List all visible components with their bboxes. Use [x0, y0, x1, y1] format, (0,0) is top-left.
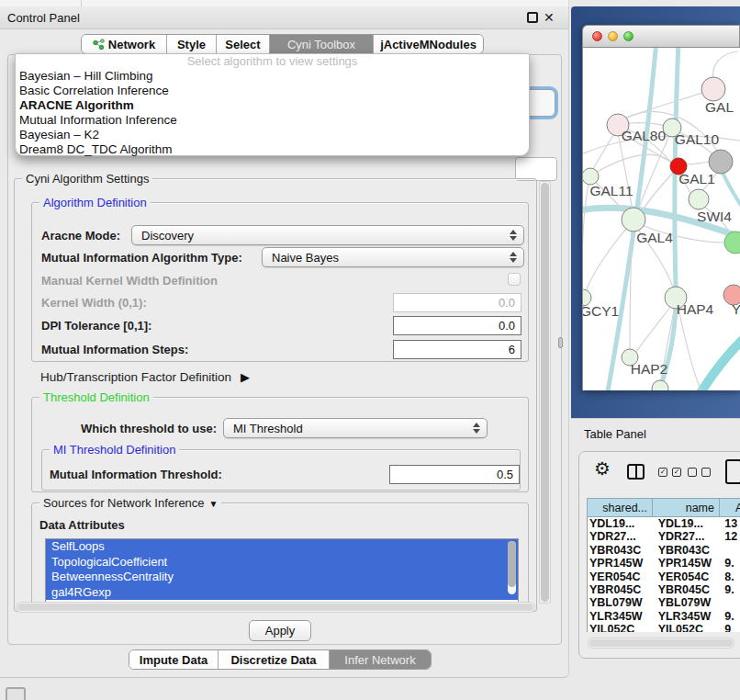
algorithm-option-basic-correlation-inference[interactable]: Basic Correlation Inference [16, 84, 529, 98]
columns-icon[interactable] [627, 464, 645, 480]
combo-arrows-icon [473, 423, 480, 434]
network-node-unnamed-bottom[interactable] [652, 380, 668, 390]
network-node-label-gal10: GAL10 [675, 131, 720, 147]
name-cell: YIL052C [654, 623, 721, 632]
tab-cyni-toolbox[interactable]: Cyni Toolbox [270, 35, 374, 53]
bottom-left-widget[interactable] [6, 687, 26, 700]
dpi-tolerance-field[interactable]: 0.0 [393, 316, 521, 335]
network-node-gal4[interactable] [622, 208, 645, 231]
tab-label: jActiveMNodules [380, 38, 477, 51]
float-window-icon[interactable] [527, 12, 538, 23]
tab-network[interactable]: Network [82, 35, 167, 53]
mi-algorithm-type-combobox[interactable]: Naive Bayes [262, 247, 524, 267]
network-edge[interactable] [592, 133, 614, 171]
tab-infer-network[interactable]: Infer Network [330, 650, 431, 669]
network-canvas[interactable]: GALGAL80GAL10GAL1GAL11SWI4GAL4GCY1HAP4YH… [582, 48, 740, 390]
settings-scrollbar-thumb[interactable] [541, 183, 549, 602]
network-window-titlebar[interactable] [582, 25, 740, 48]
network-edge[interactable] [583, 184, 589, 290]
network-node-label-hap2: HAP2 [631, 361, 668, 377]
which-threshold-label: Which threshold to use: [81, 422, 217, 435]
list-scrollbar[interactable] [508, 541, 516, 594]
algorithm-definition-group: Algorithm Definition Aracne Mode: Discov… [31, 202, 529, 362]
table-row[interactable]: YLR345WYLR345W9. [588, 610, 740, 623]
attribute-betweennesscentrality[interactable]: BetweennessCentrality [46, 570, 518, 585]
network-edge[interactable] [723, 173, 740, 213]
tab-style[interactable]: Style [167, 35, 217, 53]
collapsed-arrow-icon[interactable]: ▶ [241, 370, 250, 384]
network-node-swi4[interactable] [689, 189, 709, 209]
document-icon[interactable] [725, 459, 740, 484]
table-row[interactable]: YBR045CYBR045C9. [588, 583, 740, 596]
manual-kernel-width-checkbox[interactable] [508, 273, 521, 286]
network-edge[interactable] [697, 334, 740, 390]
zoom-window-icon[interactable] [623, 31, 633, 41]
network-edge[interactable] [586, 227, 628, 291]
expanded-arrow-icon[interactable]: ▼ [209, 499, 219, 509]
unchecked-boxes-icon[interactable] [688, 468, 711, 477]
close-window-icon[interactable] [592, 31, 602, 41]
control-panel-tab-bar: NetworkStyleSelectCyni ToolboxjActiveMNo… [81, 34, 484, 54]
network-edge[interactable] [678, 308, 701, 390]
column-header-name[interactable]: name [653, 498, 720, 517]
minimize-window-icon[interactable] [608, 31, 618, 41]
tab-select[interactable]: Select [217, 35, 270, 53]
network-node-gal-top[interactable] [701, 77, 725, 101]
table-hscrollbar-thumb[interactable] [589, 639, 733, 647]
network-node-unnamed-gray[interactable] [709, 150, 733, 174]
value-cell [720, 596, 740, 609]
network-edge[interactable] [686, 162, 710, 164]
table-row[interactable]: YPR145WYPR145W9. [588, 557, 740, 570]
splitter-handle[interactable] [558, 337, 563, 348]
checked-boxes-icon[interactable]: ✓✓ [658, 468, 681, 477]
table-row[interactable]: YBL079WYBL079W [588, 596, 740, 609]
tab-label: Cyni Toolbox [287, 38, 355, 51]
close-panel-icon[interactable]: ✕ [544, 10, 555, 25]
table-row[interactable]: YER054CYER054C8. [588, 570, 740, 583]
attribute-gal4rgexp[interactable]: gal4RGexp [46, 585, 518, 601]
attribute-topologicalcoefficient[interactable]: TopologicalCoefficient [46, 555, 518, 570]
network-edge[interactable] [618, 133, 633, 210]
settings-horizontal-scrollbar[interactable] [16, 602, 535, 613]
network-edge[interactable] [656, 48, 678, 390]
which-threshold-value: MI Threshold [233, 422, 303, 435]
tab-jactivemnodules[interactable]: jActiveMNodules [374, 35, 483, 53]
aracne-mode-combobox[interactable]: Discovery [131, 225, 524, 245]
network-edge[interactable] [641, 171, 675, 213]
table-row[interactable]: YDR27...YDR27...12 [588, 530, 740, 543]
data-attributes-list[interactable]: SelfLoopsTopologicalCoefficientBetweenne… [45, 538, 519, 603]
hub-transcription-factor-section[interactable]: Hub/Transcription Factor Definition▶ [40, 370, 250, 384]
threshold-definition-title: Threshold Definition [39, 390, 153, 404]
name-cell: YER054C [654, 570, 721, 583]
algorithm-option-bayesian-k2[interactable]: Bayesian – K2 [16, 128, 529, 142]
table-horizontal-scrollbar[interactable] [588, 638, 734, 649]
mi-threshold-definition-title: MI Threshold Definition [50, 443, 179, 457]
attribute-selfloops[interactable]: SelfLoops [46, 539, 518, 555]
settings-scrollbar[interactable] [539, 181, 551, 604]
settings-hscrollbar-thumb[interactable] [17, 604, 533, 611]
mi-steps-field[interactable]: 6 [393, 340, 521, 359]
algorithm-option-bayesian-hill-climbing[interactable]: Bayesian – Hill Climbing [16, 69, 529, 84]
tab-discretize-data[interactable]: Discretize Data [219, 650, 330, 669]
column-header-shared[interactable]: shared... [587, 498, 653, 517]
shared-name-cell: YDR27... [588, 530, 654, 543]
algorithm-option-aracne-algorithm[interactable]: ARACNE Algorithm [16, 98, 529, 113]
sources-title[interactable]: Sources for Network Inference▼ [39, 496, 221, 510]
tab-impute-data[interactable]: Impute Data [129, 650, 219, 669]
algorithm-option-mutual-information-inference[interactable]: Mutual Information Inference [16, 113, 529, 128]
network-edge[interactable] [636, 305, 672, 352]
kernel-width-field[interactable]: 0.0 [393, 293, 521, 312]
algorithm-option-dream8-dc-tdc-algorithm[interactable]: Dream8 DC_TDC Algorithm [16, 142, 529, 157]
mi-threshold-label: Mutual Information Threshold: [50, 468, 222, 481]
tab-label: Select [225, 38, 260, 51]
mi-threshold-field[interactable]: 0.5 [389, 465, 520, 484]
apply-button[interactable]: Apply [249, 620, 311, 641]
network-edge[interactable] [713, 51, 737, 78]
column-header-a[interactable]: A [720, 498, 740, 517]
which-threshold-combobox[interactable]: MI Threshold [223, 418, 488, 438]
table-row[interactable]: YBR043CYBR043C [588, 544, 740, 557]
table-row[interactable]: YIL052CYIL052C9 [588, 623, 740, 632]
gear-icon[interactable]: ⚙ [594, 457, 611, 480]
table-row[interactable]: YDL19...YDL19...13 [588, 517, 740, 530]
list-scrollbar-thumb[interactable] [508, 541, 516, 587]
